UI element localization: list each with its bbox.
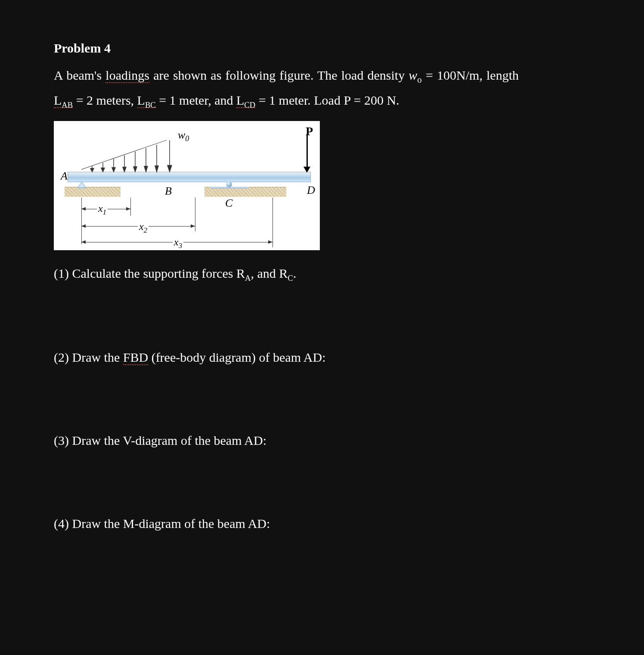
problem-heading: Problem 4 <box>54 41 519 56</box>
arrow-left-icon <box>81 224 86 228</box>
svg-marker-15 <box>167 165 172 172</box>
ground-hatch-left <box>65 187 121 197</box>
desc-text: are shown as following figure. The load … <box>149 68 409 82</box>
q2-text: (free-body diagram) of beam AD: <box>148 350 325 364</box>
svg-marker-11 <box>144 166 148 172</box>
label-x3: x3 <box>173 236 183 250</box>
distributed-load <box>81 140 172 171</box>
question-1: (1) Calculate the supporting forces RA, … <box>54 263 519 285</box>
sub-o: o <box>417 75 422 85</box>
label-w0: w0 <box>178 129 189 143</box>
label-P: P <box>306 124 313 138</box>
arrow-right-icon <box>191 224 195 228</box>
sub-A: A <box>245 273 251 282</box>
desc-text: = 2 meters, <box>73 93 137 107</box>
q1-text: . <box>293 266 297 280</box>
dim-tick <box>272 198 273 247</box>
arrow-shaft <box>307 134 308 168</box>
desc-text: A beam's <box>54 68 105 82</box>
arrow-head-icon <box>303 167 310 173</box>
problem-description: A beam's loadings are shown as following… <box>54 63 519 112</box>
label-D: D <box>307 184 315 197</box>
sub-AB: AB <box>62 100 73 109</box>
x3-sym: x <box>174 236 179 248</box>
w0-sub: 0 <box>185 134 189 143</box>
dim-tick <box>195 198 195 231</box>
underlined-L: LBC <box>137 93 156 108</box>
svg-marker-7 <box>123 167 126 172</box>
sub-CD: CD <box>244 100 255 109</box>
desc-text: = 1 meter. Load P = 200 N. <box>255 93 399 107</box>
label-x1: x1 <box>97 203 108 217</box>
arrow-left-icon <box>81 240 86 244</box>
label-B: B <box>165 185 172 198</box>
symbol-L: L <box>236 93 244 107</box>
svg-marker-13 <box>155 166 158 172</box>
q2-text: (2) Draw the <box>54 350 123 364</box>
problem-page: Problem 4 A beam's loadings are shown as… <box>54 41 519 534</box>
point-load-P <box>303 134 311 173</box>
x1-sub: 1 <box>103 208 106 216</box>
symbol-w: w <box>409 68 417 82</box>
x3-sub: 3 <box>179 242 182 250</box>
sub-BC: BC <box>145 100 156 109</box>
label-C: C <box>225 197 232 210</box>
beam-figure: A B C D P w0 x1 x2 x3 <box>54 121 320 250</box>
question-4: (4) Draw the M-diagram of the beam AD: <box>54 513 519 534</box>
label-A: A <box>61 170 68 183</box>
x1-sym: x <box>98 203 103 214</box>
question-3: (3) Draw the V-diagram of the beam AD: <box>54 430 519 451</box>
svg-marker-3 <box>101 168 105 172</box>
pin-support-shine <box>78 182 85 187</box>
distributed-load-arrows <box>81 140 172 173</box>
arrow-right-icon <box>268 240 272 244</box>
svg-marker-1 <box>90 168 94 172</box>
svg-marker-5 <box>112 168 115 172</box>
w0-sym: w <box>178 129 185 141</box>
question-2: (2) Draw the FBD (free-body diagram) of … <box>54 347 519 368</box>
x2-sym: x <box>139 221 144 232</box>
svg-marker-9 <box>133 167 137 172</box>
underlined-loadings: loadings <box>105 68 149 83</box>
q1-text: (1) Calculate the supporting forces R <box>54 266 245 280</box>
desc-text: = 100N/m, length <box>422 68 519 82</box>
symbol-L: L <box>137 93 145 107</box>
underlined-L: LAB <box>54 93 73 108</box>
underlined-L: LCD <box>236 93 255 108</box>
label-x2: x2 <box>138 221 149 235</box>
beam-body <box>68 172 311 182</box>
sub-C: C <box>288 273 293 282</box>
dim-tick <box>130 198 131 216</box>
dim-tick <box>81 198 82 244</box>
symbol-L: L <box>54 93 62 107</box>
arrow-left-icon <box>81 207 86 211</box>
arrow-right-icon <box>126 207 130 211</box>
desc-text: = 1 meter, and <box>156 93 236 107</box>
underlined-fbd: FBD <box>123 350 148 365</box>
x2-sub: 2 <box>144 226 147 234</box>
q1-text: , and R <box>251 266 288 280</box>
